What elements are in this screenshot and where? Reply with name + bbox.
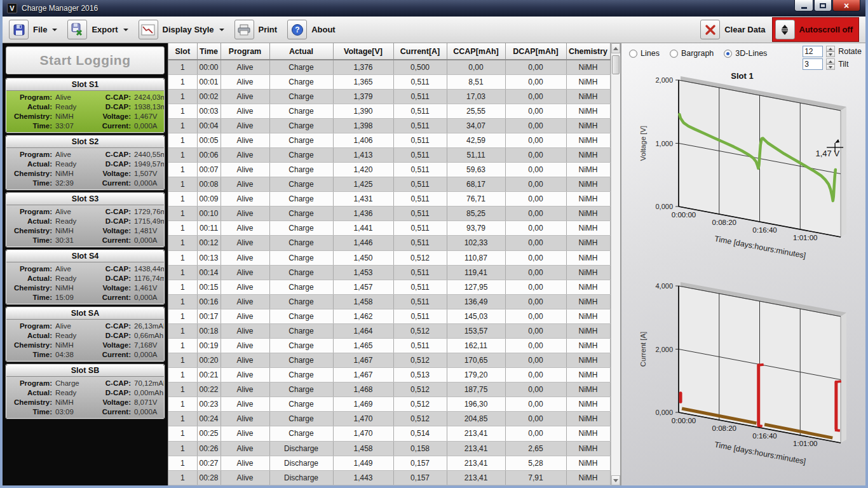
y-tick-label: 2,000 [655,76,673,84]
table-cell: Alive [220,147,269,162]
slot-name: Slot S3 [72,194,98,203]
slot-field-value: NiMH [52,112,90,120]
slot-header[interactable]: Slot S3 [6,193,164,205]
scrollbar-track[interactable] [611,53,621,475]
radio-lines[interactable]: Lines [629,49,660,58]
column-header[interactable]: Actual [269,43,333,60]
slot-header[interactable]: Slot SA [6,308,164,320]
rotate-stepper[interactable] [826,46,835,57]
display-style-menu-button[interactable]: Display Style [139,20,224,39]
table-cell: 0,512 [393,412,447,426]
table-row[interactable]: 100:28AliveDischarge1,4430,157213,417,91… [168,470,610,485]
table-row[interactable]: 100:01AliveCharge1,3650,5118,510,00NiMH [168,74,610,89]
table-row[interactable]: 100:16AliveCharge1,4580,511136,490,00NiM… [168,294,610,309]
table-cell: NiMH [566,147,610,162]
slot-field-value: Alive [52,93,90,101]
start-logging-button[interactable]: Start Logging [6,46,165,74]
table-cell: Alive [220,470,269,485]
slot-field-label: Program: [8,93,52,101]
table-cell: 0,00 [505,338,566,353]
slot-field-label: D-CAP: [90,217,131,225]
table-cell: 1 [168,338,197,353]
table-row[interactable]: 100:10AliveCharge1,4360,51185,250,00NiMH [168,207,610,221]
column-header[interactable]: DCAP[mAh] [505,43,566,60]
table-row[interactable]: 100:24AliveCharge1,4700,512204,850,00NiM… [168,412,610,426]
rotate-input[interactable]: 12 [803,46,823,57]
table-row[interactable]: 100:25AliveCharge1,4700,514213,410,00NiM… [168,426,610,441]
current-chart[interactable]: 4,0002,0000,0000:00:000:08:200:16:401:01… [623,280,864,485]
radio-bargraph[interactable]: Bargraph [670,49,714,58]
slot-field-label: Chemistry: [8,112,52,120]
clear-data-button[interactable]: Clear Data [700,20,765,39]
radio-3d-lines[interactable]: 3D-Lines [724,49,767,58]
column-header[interactable]: CCAP[mAh] [447,43,505,60]
table-row[interactable]: 100:08AliveCharge1,4250,51168,170,00NiMH [168,177,610,192]
table-cell: 1,470 [333,412,393,426]
table-row[interactable]: 100:21AliveCharge1,4670,513179,200,00NiM… [168,368,610,383]
scrollbar-thumb[interactable] [612,55,620,74]
table-row[interactable]: 100:14AliveCharge1,4530,511119,410,00NiM… [168,265,610,280]
table-cell: Alive [220,265,269,280]
table-cell: 1,365 [333,74,393,89]
column-header[interactable]: Program [220,43,269,60]
table-cell: Discharge [269,456,333,470]
table-row[interactable]: 100:05AliveCharge1,4060,51142,590,00NiMH [168,133,610,147]
table-row[interactable]: 100:17AliveCharge1,4620,511145,030,00NiM… [168,309,610,323]
table-cell: Alive [220,294,269,309]
table-row[interactable]: 100:26AliveDischarge1,4580,158213,412,65… [168,441,610,456]
table-cell: Alive [220,236,269,250]
table-row[interactable]: 100:03AliveCharge1,3900,51125,550,00NiMH [168,104,610,118]
maximize-button[interactable] [814,0,832,11]
export-menu-button[interactable]: Export [67,20,128,39]
table-row[interactable]: 100:20AliveCharge1,4670,512170,650,00NiM… [168,353,610,368]
tilt-input[interactable]: 3 [803,58,823,70]
slot-field-value: 30:31 [52,236,90,244]
scroll-down-button[interactable] [611,475,621,485]
column-header[interactable]: Voltage[V] [333,43,393,60]
table-cell: 1,465 [333,338,393,353]
table-cell: NiMH [566,353,610,368]
about-button[interactable]: ? About [287,20,336,39]
table-row[interactable]: 100:00AliveCharge1,3760,5000,000,00NiMH [168,60,610,74]
slot-header[interactable]: Slot S1 [6,79,164,91]
table-cell: 1 [168,147,197,162]
column-header[interactable]: Slot [168,43,197,60]
slot-header[interactable]: Slot S2 [6,136,164,148]
table-row[interactable]: 100:04AliveCharge1,3980,51134,070,00NiMH [168,118,610,133]
table-row[interactable]: 100:07AliveCharge1,4200,51159,630,00NiMH [168,163,610,177]
slot-field-label: D-CAP: [90,103,131,111]
tilt-stepper[interactable] [826,58,835,70]
slot-field-value: 15:09 [52,294,90,301]
table-cell: NiMH [566,74,610,89]
table-row[interactable]: 100:18AliveCharge1,4640,512153,570,00NiM… [168,323,610,338]
close-button[interactable]: × [832,0,860,11]
column-header[interactable]: Current[A] [393,43,447,60]
table-row[interactable]: 100:09AliveCharge1,4310,51176,710,00NiMH [168,192,610,207]
chart-panel: Lines Bargraph 3D-Lines 12 [620,43,865,485]
table-row[interactable]: 100:06AliveCharge1,4130,51151,110,00NiMH [168,147,610,162]
table-row[interactable]: 100:12AliveCharge1,4460,511102,330,00NiM… [168,236,610,250]
table-row[interactable]: 100:19AliveCharge1,4650,511162,110,00NiM… [168,338,610,353]
table-row[interactable]: 100:02AliveCharge1,3790,51117,030,00NiMH [168,89,610,104]
slot-header[interactable]: Slot SB [6,365,164,377]
title-bar[interactable]: V Charge Manager 2016 × [3,0,865,17]
table-row[interactable]: 100:27AliveDischarge1,4490,157213,415,28… [168,456,610,470]
table-scrollbar[interactable] [611,43,621,485]
minimize-button[interactable] [794,0,813,11]
table-row[interactable]: 100:15AliveCharge1,4570,511127,950,00NiM… [168,280,610,294]
table-row[interactable]: 100:13AliveCharge1,4500,512110,870,00NiM… [168,250,610,265]
column-header[interactable]: Chemistry [566,43,610,60]
file-menu-button[interactable]: File [9,20,57,39]
autoscroll-toggle[interactable]: Autoscroll off [772,17,860,42]
table-row[interactable]: 100:11AliveCharge1,4410,51193,790,00NiMH [168,221,610,236]
table-row[interactable]: 100:23AliveCharge1,4690,512196,300,00NiM… [168,397,610,412]
radio-bargraph-label: Bargraph [681,49,714,58]
chevron-down-icon [52,29,57,31]
print-button[interactable]: Print [234,20,278,39]
column-header[interactable]: Time [197,43,220,60]
slot-header[interactable]: Slot S4 [6,250,164,262]
voltage-chart[interactable]: 2,0001,0000,0000:00:000:08:200:16:401:01… [623,75,864,278]
scroll-up-button[interactable] [611,43,621,53]
table-row[interactable]: 100:22AliveCharge1,4680,512187,750,00NiM… [168,383,610,397]
table-cell: Alive [220,221,269,236]
